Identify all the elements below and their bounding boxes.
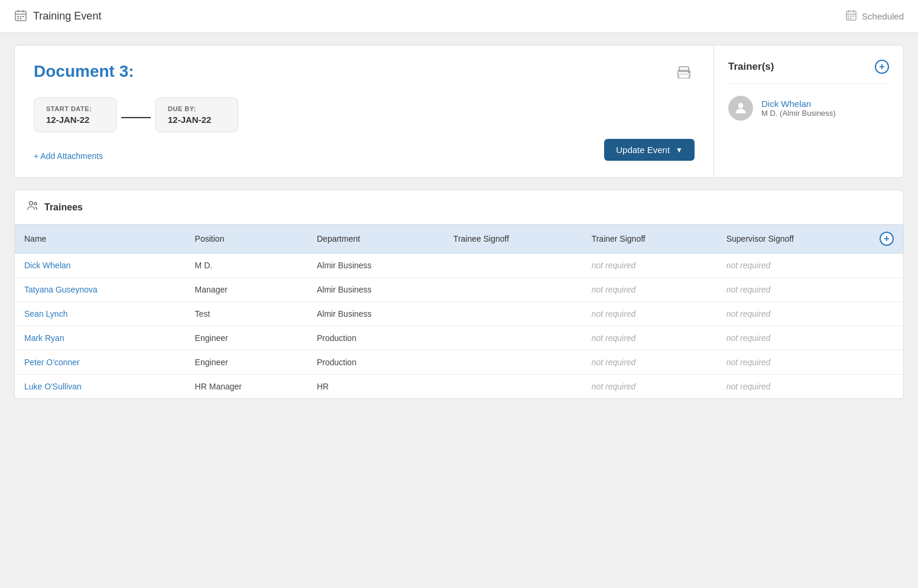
due-date-value: 12-JAN-22 <box>168 115 226 125</box>
trainee-name-link[interactable]: Peter O'conner <box>24 358 80 367</box>
svg-point-25 <box>34 203 37 205</box>
col-name: Name <box>15 225 186 254</box>
trainees-section: Trainees Name Position Department Traine… <box>14 190 904 399</box>
trainee-name-cell: Peter O'conner <box>15 350 186 375</box>
trainee-name-cell: Tatyana Guseynova <box>15 278 186 302</box>
start-date-box: START DATE: 12-JAN-22 <box>34 98 116 132</box>
status-calendar-icon <box>845 9 857 23</box>
svg-rect-21 <box>679 74 689 78</box>
trainee-department: HR <box>307 375 444 399</box>
svg-rect-13 <box>848 16 849 17</box>
col-position: Position <box>186 225 307 254</box>
start-date-value: 12-JAN-22 <box>46 115 104 125</box>
top-bar-right: Scheduled <box>845 9 904 23</box>
svg-rect-6 <box>22 16 24 17</box>
col-trainer-signoff: Trainer Signoff <box>582 225 717 254</box>
trainee-position: Manager <box>186 278 307 302</box>
update-event-button[interactable]: Update Event ▼ <box>604 139 695 161</box>
trainee-signoff <box>444 254 582 278</box>
supervisor-signoff: not required <box>717 375 903 399</box>
trainer-signoff: not required <box>582 375 717 399</box>
trainer-signoff: not required <box>582 326 717 350</box>
trainee-name-cell: Mark Ryan <box>15 326 186 350</box>
svg-rect-7 <box>17 18 19 20</box>
trainee-name-link[interactable]: Mark Ryan <box>24 333 64 343</box>
trainee-department: Almir Business <box>307 278 444 302</box>
top-section: Document 3: START DATE: 12-JAN-22 DUE BY… <box>14 45 904 178</box>
trainee-position: Test <box>186 302 307 326</box>
add-attachments-link[interactable]: + Add Attachments <box>34 151 103 161</box>
table-row: Mark RyanEngineerProductionnot requiredn… <box>15 326 903 350</box>
trainees-header: Trainees <box>15 190 903 225</box>
trainee-name-link[interactable]: Luke O'Sullivan <box>24 382 82 391</box>
top-bar: Training Event Scheduled <box>0 0 918 33</box>
trainee-department: Production <box>307 326 444 350</box>
update-event-area: Update Event ▼ <box>604 139 695 161</box>
due-date-label: DUE BY: <box>168 105 226 112</box>
add-trainer-button[interactable]: + <box>875 60 889 74</box>
table-row: Dick WhelanM D.Almir Businessnot require… <box>15 254 903 278</box>
trainees-title: Trainees <box>44 202 83 213</box>
page-title: Training Event <box>33 10 101 22</box>
trainee-name-link[interactable]: Sean Lynch <box>24 309 67 319</box>
col-supervisor-signoff: Supervisor Signoff + <box>717 225 903 254</box>
left-panel: Document 3: START DATE: 12-JAN-22 DUE BY… <box>15 46 714 177</box>
dates-row: START DATE: 12-JAN-22 DUE BY: 12-JAN-22 <box>34 98 695 132</box>
document-title: Document 3: <box>34 62 695 81</box>
trainee-signoff <box>444 326 582 350</box>
table-row: Sean LynchTestAlmir Businessnot required… <box>15 302 903 326</box>
trainee-department: Almir Business <box>307 302 444 326</box>
col-department: Department <box>307 225 444 254</box>
trainee-signoff <box>444 350 582 375</box>
svg-point-24 <box>30 202 33 205</box>
trainer-info: Dick Whelan M D. (Almir Business) <box>761 99 836 118</box>
trainee-signoff <box>444 302 582 326</box>
trainer-signoff: not required <box>582 350 717 375</box>
trainee-name-link[interactable]: Tatyana Guseynova <box>24 285 98 294</box>
supervisor-signoff: not required <box>717 326 903 350</box>
trainer-avatar <box>728 96 753 121</box>
trainees-tbody: Dick WhelanM D.Almir Businessnot require… <box>15 254 903 399</box>
trainee-name-cell: Dick Whelan <box>15 254 186 278</box>
update-event-caret: ▼ <box>676 146 683 154</box>
trainer-role: M D. (Almir Business) <box>761 109 836 118</box>
trainer-item: Dick Whelan M D. (Almir Business) <box>728 96 889 121</box>
svg-rect-4 <box>17 16 19 17</box>
date-connector <box>121 117 151 118</box>
svg-rect-16 <box>848 18 849 19</box>
svg-point-22 <box>688 72 690 73</box>
due-date-box: DUE BY: 12-JAN-22 <box>155 98 238 132</box>
trainee-position: HR Manager <box>186 375 307 399</box>
trainee-department: Almir Business <box>307 254 444 278</box>
supervisor-signoff: not required <box>717 350 903 375</box>
trainer-signoff: not required <box>582 254 717 278</box>
trainer-name[interactable]: Dick Whelan <box>761 99 836 109</box>
trainee-name-cell: Sean Lynch <box>15 302 186 326</box>
trainee-name-link[interactable]: Dick Whelan <box>24 261 71 270</box>
print-icon-area <box>673 62 695 85</box>
main-content: Document 3: START DATE: 12-JAN-22 DUE BY… <box>0 33 918 411</box>
svg-rect-5 <box>20 16 22 17</box>
col-trainee-signoff: Trainee Signoff <box>444 225 582 254</box>
trainee-position: Engineer <box>186 350 307 375</box>
status-badge: Scheduled <box>862 11 904 21</box>
supervisor-signoff: not required <box>717 302 903 326</box>
table-row: Tatyana GuseynovaManagerAlmir Businessno… <box>15 278 903 302</box>
trainer-section-title: Trainer(s) <box>728 61 774 73</box>
calendar-icon <box>14 9 27 24</box>
top-bar-left: Training Event <box>14 9 101 24</box>
trainer-signoff: not required <box>582 278 717 302</box>
trainee-department: Production <box>307 350 444 375</box>
print-icon[interactable] <box>673 76 695 85</box>
table-row: Luke O'SullivanHR ManagerHRnot requiredn… <box>15 375 903 399</box>
add-trainee-button[interactable]: + <box>880 232 894 246</box>
update-event-label: Update Event <box>616 145 670 155</box>
trainer-header: Trainer(s) + <box>728 60 889 84</box>
supervisor-signoff: not required <box>717 278 903 302</box>
right-panel: Trainer(s) + Dick Whelan M D. (Almir Bus… <box>714 46 903 177</box>
trainee-name-cell: Luke O'Sullivan <box>15 375 186 399</box>
trainees-icon <box>27 200 38 215</box>
trainee-signoff <box>444 375 582 399</box>
trainee-position: Engineer <box>186 326 307 350</box>
svg-rect-17 <box>850 18 852 19</box>
